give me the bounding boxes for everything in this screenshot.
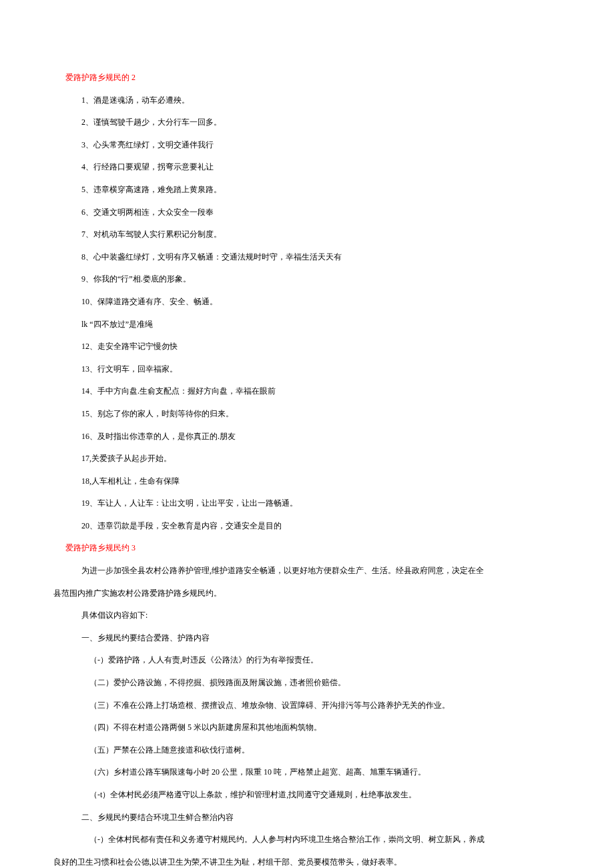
sub-item: （-t）全体村民必须严格遵守以上条款，维护和管理村道,找同遵守交通规则，杜绝事故… (53, 784, 561, 807)
paragraph: 县范围内推广实施农村公路爱路护路乡规民约。 (53, 582, 561, 605)
paragraph: 为进一步加强全县农村公路养护管理,维护道路安全畅通，以更好地方便群众生产、生活。… (53, 560, 561, 582)
list-item: 13、行文明车，回幸福家。 (53, 358, 561, 381)
list-item: 6、交通文明两相连，大众安全一段奉 (53, 201, 561, 224)
section-2-title: 爱路护路乡规民的 2 (53, 67, 561, 89)
subsection-heading: 二、乡规民约要结合环境卫生鲜合整治内容 (53, 807, 561, 829)
document-page: 爱路护路乡规民的 2 1、酒是迷魂汤，动车必遭殃。 2、谨慎驾驶千趟少，大分行车… (0, 0, 614, 868)
list-item: 14、手中方向盘.生俞支配点：握好方向盘，幸福在眼前 (53, 380, 561, 403)
list-item: 5、违章横穿高速路，难免踏上黄泉路。 (53, 179, 561, 201)
list-item: 18,人车相札让，生命有保障 (53, 470, 561, 493)
list-item: 17,关爱孩子从起步开始。 (53, 448, 561, 470)
paragraph: 具体倡议内容如下: (53, 604, 561, 627)
list-item: 3、心头常亮红绿灯，文明交通伴我行 (53, 134, 561, 157)
list-item: 16、及时指出你违章的人，是你真正的.朋友 (53, 426, 561, 448)
sub-item: （五）严禁在公路上随意接道和砍伐行道树。 (53, 739, 561, 762)
section-3-title: 爱路护路乡规民约 3 (53, 537, 561, 560)
paragraph: 良好的卫生习惯和社会公德,以讲卫生为荣,不讲卫生为耻，村组干部、党员要模范带头，… (53, 851, 561, 868)
sub-item: （二）爱护公路设施，不得挖掘、损毁路面及附属设施，违者照价赔偿。 (53, 672, 561, 695)
list-item: 9、你我的“行”相.娄底的形象。 (53, 268, 561, 291)
list-item: 2、谨慎驾驶千趟少，大分行车一回多。 (53, 111, 561, 134)
sub-item: （六）乡村道公路车辆限速每小时 20 公里，限重 10 吨，严格禁止超宽、超高、… (53, 761, 561, 784)
list-item: lk “四不放过”是准绳 (53, 314, 561, 336)
list-item: 20、违章罚款是手段，安全教育是内容，交通安全是目的 (53, 515, 561, 538)
list-item: 10、保障道路交通有序、安全、畅通。 (53, 291, 561, 314)
list-item: 19、车让人，人让车：让出文明，让出平安，让出一路畅通。 (53, 492, 561, 515)
subsection-heading: 一、乡规民约要结合爱路、护路内容 (53, 627, 561, 650)
sub-item: （三）不准在公路上打场造根、摆擅设点、堆放杂物、设置障碍、开沟排污等与公路养护无… (53, 695, 561, 717)
list-item: 7、对机动车驾驶人实行累积记分制度。 (53, 224, 561, 246)
sub-item: （-）爱路护路，人人有责,时违反《公路法》的行为有举报责任。 (53, 649, 561, 672)
list-item: 15、别忘了你的家人，时刻等待你的归来。 (53, 403, 561, 426)
paragraph: （-）全体村民都有责任和义务遵守村规民约。人人参与村内环境卫生烙合整治工作，崇尚… (53, 829, 561, 851)
list-item: 8、心中装盏红绿灯，文明有序又畅通：交通法规时时守，幸福生活天天有 (53, 246, 561, 269)
list-item: 1、酒是迷魂汤，动车必遭殃。 (53, 89, 561, 112)
list-item: 12、走安全路牢记宁慢勿快 (53, 336, 561, 358)
sub-item: （四）不得在村道公路两侧 5 米以内新建房屋和其他地面构筑物。 (53, 717, 561, 739)
list-item: 4、行经路口要观望，拐弯示意要礼让 (53, 156, 561, 179)
